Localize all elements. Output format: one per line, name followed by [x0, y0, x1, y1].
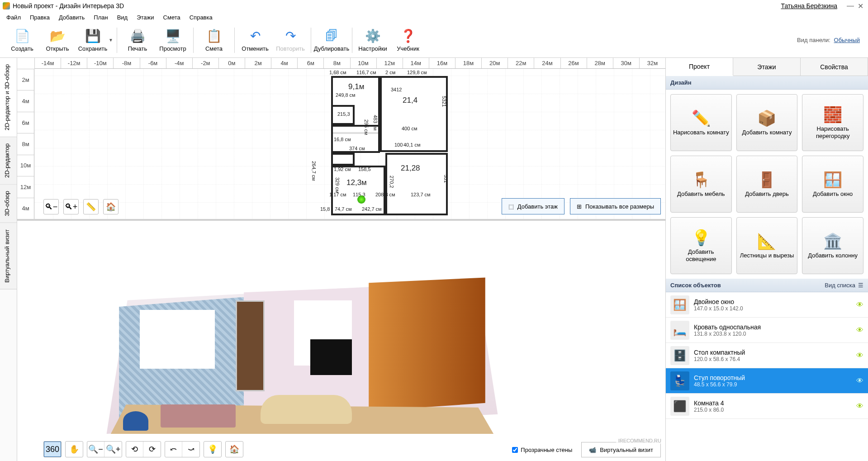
tutorial-button[interactable]: ❓Учебник [390, 24, 426, 57]
tab-properties[interactable]: Свойства [801, 58, 868, 76]
visibility-icon[interactable]: 👁 [856, 326, 863, 334]
right-panel: Проект Этажи Свойства Дизайн ✏️Нарисоват… [665, 58, 868, 461]
menu-floors[interactable]: Этажи [133, 13, 157, 22]
panel-mode: Вид панели: Обычный [797, 37, 860, 43]
visibility-icon[interactable]: 👁 [856, 402, 863, 410]
estimate-button[interactable]: 📋Смета [196, 24, 232, 57]
orbit-360-icon[interactable]: 360 [44, 442, 61, 457]
separator [352, 28, 352, 53]
redo-button[interactable]: ↷Повторить [273, 24, 308, 57]
print-button[interactable]: 🖨️Печать [120, 24, 155, 57]
layers-icon: ⬚ [508, 203, 514, 210]
menu-help[interactable]: Справка [186, 13, 216, 22]
ruler-vertical: 2м4м6м8м10м12м4м [17, 69, 34, 219]
home-icon[interactable]: 🏠 [103, 199, 119, 214]
view-2d[interactable]: -14м-12м-10м-8м-6м-4м-2м0м2м4м6м8м10м12м… [17, 58, 665, 221]
user-name[interactable]: Татьяна Берёзкина [781, 2, 837, 10]
view2d-toolbar: 🔍︎− 🔍︎+ 📏 🏠 [43, 199, 119, 214]
tab-3d-view[interactable]: 3D-обзор [0, 185, 17, 223]
menu-plan[interactable]: План [90, 13, 111, 22]
list-item[interactable]: 🗄️Стол компактный120.0 x 58.6 x 76.4👁 [666, 343, 868, 368]
bed-thumb-icon: 🛏️ [670, 321, 689, 340]
tilt-right-icon[interactable]: ⤻ [182, 442, 199, 457]
add-window-button[interactable]: 🪟Добавить окно [802, 156, 863, 213]
view3d-right-controls: Прозрачные стены 📹Виртуальный визит [512, 442, 661, 457]
lighting-icon[interactable]: 💡 [204, 442, 221, 457]
show-dims-button[interactable]: ⊞Показывать все размеры [570, 198, 661, 214]
center-viewports: -14м-12м-10м-8м-6м-4м-2м0м2м4м6м8м10м12м… [17, 58, 665, 461]
view3d-toolbar: 360 ✋ 🔍− 🔍+ ⟲ ⟳ ⤺ ⤻ 💡 🏠 [43, 441, 243, 457]
list-item[interactable]: ⬛Комната 4215.0 x 86.0👁 [666, 394, 868, 419]
add-lighting-button[interactable]: 💡Добавить освещение [670, 217, 732, 274]
stairs-cutouts-button[interactable]: 📐Лестницы и вырезы [736, 217, 798, 274]
add-furniture-button[interactable]: 🪑Добавить мебель [670, 156, 732, 213]
rotate-cw-icon[interactable]: ⟳ [143, 442, 161, 457]
brick-icon: 🧱 [823, 105, 842, 124]
transparent-walls-checkbox[interactable]: Прозрачные стены [512, 447, 572, 453]
chair-thumb-icon: 💺 [670, 371, 689, 390]
list-item[interactable]: 🛏️Кровать односпальная131.8 x 203.8 x 12… [666, 318, 868, 343]
file-new-icon: 📄 [14, 28, 30, 43]
draw-partition-button[interactable]: 🧱Нарисовать перегородку [802, 94, 863, 151]
add-room-button[interactable]: 📦Добавить комнату [736, 94, 798, 151]
zoom-in-3d-icon[interactable]: 🔍+ [104, 442, 122, 457]
menu-edit[interactable]: Правка [26, 13, 53, 22]
design-tools-grid: ✏️Нарисовать комнату 📦Добавить комнату 🧱… [666, 90, 868, 279]
duplicate-button[interactable]: 🗐Дублировать [314, 24, 349, 57]
add-column-button[interactable]: 🏛️Добавить колонну [802, 217, 863, 274]
home-3d-icon[interactable]: 🏠 [226, 442, 243, 457]
window-thumb-icon: 🪟 [670, 295, 689, 314]
camera-icon: 📹 [589, 447, 596, 453]
object-list: 🪟Двойное окно147.0 x 15.0 x 142.0👁 🛏️Кро… [666, 292, 868, 461]
tab-project[interactable]: Проект [666, 58, 733, 76]
objects-section-header: Список объектов Вид списка ☰ [666, 279, 868, 292]
undo-button[interactable]: ↶Отменить [237, 24, 273, 57]
settings-button[interactable]: ⚙️Настройки [355, 24, 390, 57]
tab-floors[interactable]: Этажи [733, 58, 801, 76]
window-title: Новый проект - Дизайн Интерьера 3D [13, 2, 781, 10]
left-view-tabs: 2D-редактор и 3D-обзор 2D-редактор 3D-об… [0, 58, 17, 461]
save-dropdown-icon[interactable]: ▼ [109, 38, 114, 43]
notepad-icon: 📋 [206, 28, 222, 43]
duplicate-icon: 🗐 [324, 28, 339, 43]
save-button[interactable]: 💾Сохранить [75, 24, 110, 57]
preview-button[interactable]: 🖥️Просмотр [155, 24, 190, 57]
pan-icon[interactable]: ✋ [66, 442, 83, 457]
folder-open-icon: 📂 [50, 28, 65, 43]
list-item[interactable]: 🪟Двойное окно147.0 x 15.0 x 142.0👁 [666, 292, 868, 318]
create-button[interactable]: 📄Создать [5, 24, 40, 57]
menu-estimate[interactable]: Смета [160, 13, 184, 22]
list-view-toggle[interactable]: Вид списка ☰ [825, 282, 863, 289]
tilt-left-icon[interactable]: ⤺ [165, 442, 182, 457]
add-floor-button[interactable]: ⬚Добавить этаж [502, 198, 564, 214]
visibility-icon[interactable]: 👁 [856, 352, 863, 360]
view-3d[interactable]: 360 ✋ 🔍− 🔍+ ⟲ ⟳ ⤺ ⤻ 💡 🏠 Прозрачные с [17, 221, 665, 461]
zoom-out-3d-icon[interactable]: 🔍− [87, 442, 104, 457]
menu-view[interactable]: Вид [114, 13, 132, 22]
draw-room-button[interactable]: ✏️Нарисовать комнату [670, 94, 732, 151]
measure-icon[interactable]: 📏 [83, 199, 99, 214]
undo-icon: ↶ [247, 28, 263, 43]
zoom-in-icon[interactable]: 🔍︎+ [63, 199, 79, 214]
list-item[interactable]: 💺Стул поворотный48.5 x 56.6 x 79.9👁 [666, 368, 868, 394]
zoom-out-icon[interactable]: 🔍︎− [43, 199, 59, 214]
open-button[interactable]: 📂Открыть [40, 24, 75, 57]
room-3d-render [94, 271, 510, 434]
tab-2d-editor[interactable]: 2D-редактор [0, 137, 17, 185]
minimize-icon[interactable]: — [845, 2, 855, 10]
tab-virtual-visit[interactable]: Виртуальный визит [0, 223, 17, 290]
floorplan[interactable]: 1,68 см 116,7 см 2 см 129,8 см 9,1м 249,… [331, 76, 452, 221]
camera-marker-icon[interactable] [357, 195, 365, 204]
virtual-visit-button[interactable]: 📹Виртуальный визит [581, 442, 661, 457]
close-icon[interactable]: ✕ [855, 2, 865, 10]
visibility-icon[interactable]: 👁 [856, 377, 863, 385]
menu-file[interactable]: Файл [3, 13, 24, 22]
help-icon: ❓ [400, 28, 416, 43]
tab-2d-3d-combo[interactable]: 2D-редактор и 3D-обзор [0, 58, 17, 137]
window-icon: 🪟 [823, 171, 842, 189]
add-door-button[interactable]: 🚪Добавить дверь [736, 156, 798, 213]
visibility-icon[interactable]: 👁 [856, 301, 863, 309]
rotate-ccw-icon[interactable]: ⟲ [126, 442, 143, 457]
menu-add[interactable]: Добавить [55, 13, 88, 22]
panel-mode-link[interactable]: Обычный [834, 37, 860, 43]
